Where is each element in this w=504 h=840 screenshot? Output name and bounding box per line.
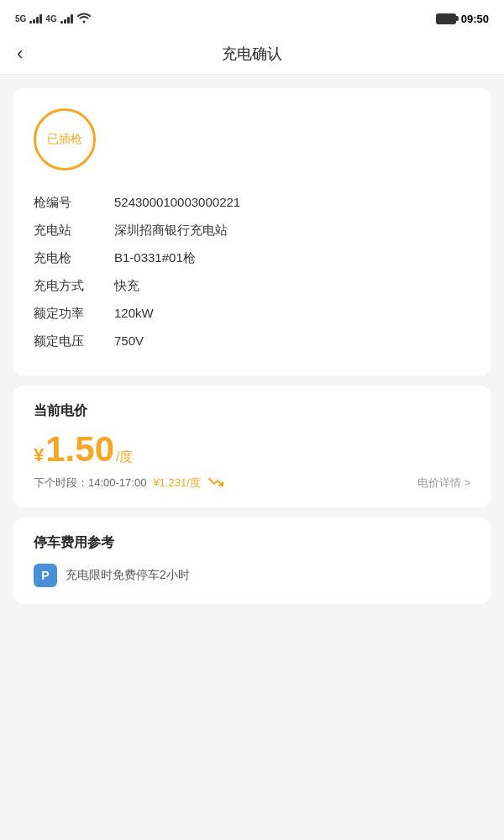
status-right: 09:50 — [436, 13, 489, 25]
parking-item: P 充电限时免费停车2小时 — [34, 564, 470, 587]
price-yuan-symbol: ¥ — [34, 444, 44, 466]
price-down-trend-icon — [207, 476, 224, 491]
signal-icon-1 — [29, 13, 42, 24]
current-price-card: 当前电价 ¥ 1.50 /度 下个时段：14:00-17:00 ¥1.231/度… — [13, 386, 491, 507]
page-title: 充电确认 — [222, 44, 282, 64]
table-row: 充电枪 B1-0331#01枪 — [34, 244, 470, 272]
price-unit: /度 — [116, 449, 133, 466]
next-price-row: 下个时段：14:00-17:00 ¥1.231/度 电价详情 > — [34, 475, 470, 491]
network-5g: 5G — [15, 14, 26, 24]
label-charger: 充电枪 — [34, 250, 94, 266]
value-charger: B1-0331#01枪 — [114, 250, 196, 266]
nav-bar: ‹ 充电确认 — [0, 34, 504, 75]
signal-icon-2 — [60, 13, 73, 24]
table-row: 充电站 深圳招商银行充电站 — [34, 217, 470, 244]
price-main-display: ¥ 1.50 /度 — [34, 432, 470, 467]
parking-free-text: 充电限时免费停车2小时 — [66, 568, 190, 583]
charger-info-card: 已插枪 枪编号 524300010003000221 充电站 深圳招商银行充电站… — [13, 88, 491, 375]
status-left: 5G 4G — [15, 12, 92, 26]
table-row: 枪编号 524300010003000221 — [34, 189, 470, 217]
main-content: 已插枪 枪编号 524300010003000221 充电站 深圳招商银行充电站… — [0, 75, 504, 627]
label-charge-type: 充电方式 — [34, 278, 94, 294]
table-row: 额定功率 120kW — [34, 300, 470, 328]
price-detail-link[interactable]: 电价详情 > — [417, 475, 470, 491]
price-section-title: 当前电价 — [34, 402, 470, 420]
charger-info-table: 枪编号 524300010003000221 充电站 深圳招商银行充电站 充电枪… — [34, 189, 470, 355]
network-4g: 4G — [45, 14, 56, 24]
battery-icon — [436, 13, 456, 24]
table-row: 额定电压 750V — [34, 328, 470, 355]
label-gun-id: 枪编号 — [34, 195, 94, 211]
table-row: 充电方式 快充 — [34, 272, 470, 300]
value-gun-id: 524300010003000221 — [114, 195, 240, 209]
parking-fee-card: 停车费用参考 P 充电限时免费停车2小时 — [13, 517, 491, 604]
next-slot-value: ¥1.231/度 — [153, 475, 200, 491]
label-voltage: 额定电压 — [34, 333, 94, 349]
plug-status-badge: 已插枪 — [34, 108, 96, 171]
value-power: 120kW — [114, 306, 154, 320]
label-station: 充电站 — [34, 223, 94, 239]
value-voltage: 750V — [114, 333, 144, 348]
time-display: 09:50 — [461, 13, 489, 25]
status-bar: 5G 4G 09:50 — [0, 0, 504, 34]
value-charge-type: 快充 — [114, 278, 139, 294]
price-number: 1.50 — [45, 432, 114, 467]
parking-p-icon: P — [34, 564, 57, 587]
back-button[interactable]: ‹ — [17, 43, 23, 65]
label-power: 额定功率 — [34, 306, 94, 322]
parking-section-title: 停车费用参考 — [34, 534, 470, 552]
value-station: 深圳招商银行充电站 — [114, 223, 228, 239]
next-slot-label: 下个时段：14:00-17:00 — [34, 475, 146, 491]
wifi-icon — [76, 12, 92, 26]
